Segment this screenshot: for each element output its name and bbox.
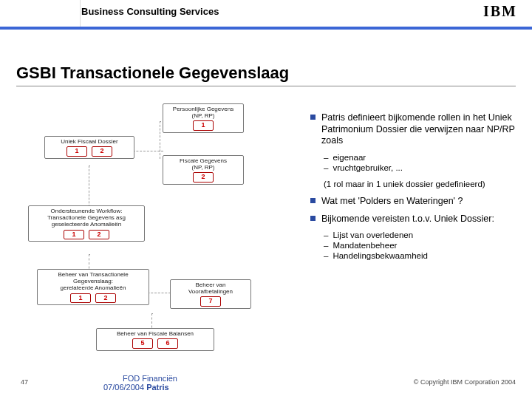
slide: Business Consulting Services IBM GSBI Tr… [0,0,532,399]
uml-box-label: Persoonlijke Gegevens (NP, RP) [166,106,240,119]
sub-item-text: Mandatenbeheer [332,241,397,250]
footer-date-project: 07/06/2004 Patris [103,383,177,392]
sub-item: eigenaar [324,153,517,162]
uml-box-persoonlijke: Persoonlijke Gegevens (NP, RP)1 [163,103,244,133]
bullet-marker-icon [310,115,316,120]
tag: 1 [66,146,87,157]
tag-row: 7 [174,296,248,307]
sub-item: Handelingsbekwaamheid [324,251,517,260]
tag: 2 [95,293,116,304]
uml-box-label: Fiscale Gegevens (NP, RP) [166,157,240,171]
sub-item-text: eigenaar [332,153,366,162]
page-number: 47 [21,378,28,386]
title-underline [16,86,516,86]
bullet-text: Patris definieert bijkomende rollen in h… [321,112,517,147]
sub-list: Lijst van overledenenMandatenbeheerHande… [324,231,517,260]
bullet-marker-icon [310,216,316,221]
footer-center: FOD Financiën 07/06/2004 Patris [103,374,177,392]
tag-row: 12 [41,293,146,304]
bullet-item: Patris definieert bijkomende rollen in h… [310,112,517,147]
topbar: Business Consulting Services IBM [0,0,532,27]
tag: 6 [157,338,178,349]
sub-item: vruchtgebruiker, ... [324,163,517,172]
sub-item: Mandatenbeheer [324,241,517,250]
business-unit-label: Business Consulting Services [81,6,219,17]
tag: 2 [193,172,214,183]
uml-box-label: Uniek Fiscaal Dossier [48,138,131,145]
bullet-marker-icon [310,198,316,203]
sub-item-text: Lijst van overledenen [332,231,413,239]
tag: 7 [200,296,221,307]
sub-item: Lijst van overledenen [324,231,517,239]
diagram-area: Persoonlijke Gegevens (NP, RP)1Uniek Fis… [22,95,296,353]
uml-box-transactie: Beheer van Transactionele Gegevenslaag: … [37,269,149,305]
uml-box-balansen: Beheer van Fiscale Balansen56 [96,328,214,351]
uml-box-label: Ondersteunende Workflow: Transactionele … [32,208,141,228]
tag: 1 [70,293,91,304]
sub-list: eigenaarvruchtgebruiker, ... [324,153,517,172]
topbar-sidebar-spacer [0,0,81,27]
tag-row: 12 [48,146,131,157]
uml-box-label: Beheer van Fiscale Balansen [100,330,211,337]
tag: 2 [92,146,112,157]
uml-box-uniek-fiscaal: Uniek Fiscaal Dossier12 [44,136,134,159]
tag-row: 1 [166,120,240,131]
bullet-text: Wat met 'Polders en Wateringen' ? [321,196,463,208]
sub-item-text: vruchtgebruiker, ... [332,163,403,172]
bullet-item: Bijkomende vereisten t.o.v. Uniek Dossie… [310,214,517,225]
footer-org: FOD Financiën [123,374,177,383]
tag: 2 [89,230,109,240]
ibm-logo: IBM [483,3,517,20]
uml-box-label: Beheer van Voorafbetalingen [174,282,248,295]
uml-box-workflow: Ondersteunende Workflow: Transactionele … [28,205,145,242]
tag: 5 [132,338,153,349]
uml-box-fiscale-geg: Fiscale Gegevens (NP, RP)2 [163,155,244,185]
tag-row: 2 [166,172,240,183]
uml-box-label: Beheer van Transactionele Gegevenslaag: … [41,271,146,292]
connector [89,166,90,211]
slide-title: GSBI Transactionele Gegevenslaag [16,64,289,83]
sub-item-text: Handelingsbekwaamheid [332,251,428,260]
bullet-tail: (1 rol maar in 1 uniek dossier gedefinie… [324,180,517,188]
tag-row: 12 [32,230,141,240]
connector [160,121,161,159]
uml-box-voorafbet: Beheer van Voorafbetalingen7 [170,279,251,309]
tag: 1 [64,230,84,240]
bullet-text: Bijkomende vereisten t.o.v. Uniek Dossie… [321,214,494,225]
content-area: Patris definieert bijkomende rollen in h… [310,112,517,267]
tag-row: 56 [100,338,211,349]
bullet-item: Wat met 'Polders en Wateringen' ? [310,196,517,208]
copyright: © Copyright IBM Corporation 2004 [414,378,516,386]
header-divider [0,27,532,30]
tag: 1 [193,120,214,131]
